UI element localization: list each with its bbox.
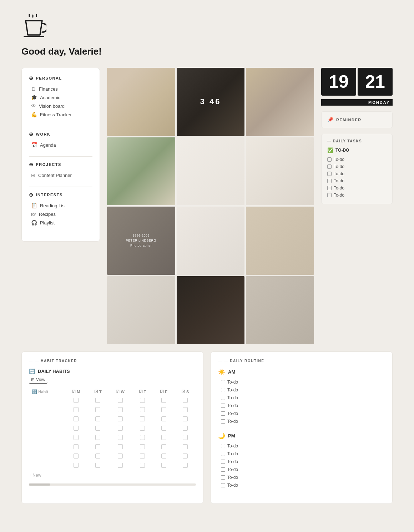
todo-item-5[interactable]: To-do [327,184,387,192]
habit-cell-3-1[interactable] [87,424,108,433]
sidebar-item-playlist[interactable]: 🎧 Playlist [29,218,92,227]
tracker-checkbox-1-5[interactable] [183,407,188,412]
todo-item-6[interactable]: To-do [327,192,387,199]
tracker-checkbox-5-2[interactable] [118,444,123,449]
tracker-checkbox-2-3[interactable] [140,416,145,421]
habit-cell-1-2[interactable] [108,405,132,414]
habit-cell-6-0[interactable] [65,451,87,461]
habit-cell-3-4[interactable] [153,424,175,433]
pm-item-1[interactable]: To-do [221,442,385,450]
habit-cell-5-1[interactable] [87,442,108,451]
tracker-checkbox-7-5[interactable] [183,463,188,468]
habit-cell-2-2[interactable] [108,414,132,424]
tracker-checkbox-4-4[interactable] [161,435,166,440]
tracker-checkbox-4-0[interactable] [74,435,79,440]
tracker-checkbox-1-2[interactable] [118,407,123,412]
todo-checkbox-6[interactable] [327,193,332,197]
tracker-checkbox-1-4[interactable] [161,407,166,412]
habit-cell-5-3[interactable] [132,442,153,451]
habit-cell-4-0[interactable] [65,433,87,442]
sidebar-item-vision-board[interactable]: 👁 Vision board [29,102,92,110]
todo-checkbox-3[interactable] [327,172,332,176]
habit-cell-0-5[interactable] [174,396,196,405]
pm-item-2[interactable]: To-do [221,450,385,458]
habit-cell-2-4[interactable] [153,414,175,424]
tracker-checkbox-3-5[interactable] [183,426,188,431]
tracker-checkbox-3-2[interactable] [118,426,123,431]
habit-cell-1-4[interactable] [153,405,175,414]
habit-cell-1-5[interactable] [174,405,196,414]
am-checkbox-1[interactable] [221,380,225,384]
am-checkbox-4[interactable] [221,404,225,408]
habit-cell-3-5[interactable] [174,424,196,433]
tracker-checkbox-4-1[interactable] [95,435,100,440]
sidebar-item-finances[interactable]: 🗒 Finances [29,85,92,93]
tracker-checkbox-2-0[interactable] [74,416,79,421]
tracker-checkbox-4-5[interactable] [183,435,188,440]
tracker-checkbox-3-4[interactable] [161,426,166,431]
am-item-2[interactable]: To-do [221,386,385,394]
tracker-checkbox-2-4[interactable] [161,416,166,421]
am-item-6[interactable]: To-do [221,417,385,425]
habit-cell-0-3[interactable] [132,396,153,405]
pm-checkbox-1[interactable] [221,444,225,448]
am-checkbox-6[interactable] [221,419,225,424]
habit-cell-3-0[interactable] [65,424,87,433]
tracker-checkbox-5-1[interactable] [95,444,100,449]
tracker-checkbox-1-3[interactable] [140,407,145,412]
reminder-box[interactable]: 📌 REMINDER [321,111,393,128]
tracker-checkbox-0-1[interactable] [95,398,100,403]
todo-item-3[interactable]: To-do [327,170,387,177]
pm-checkbox-5[interactable] [221,475,225,480]
habit-cell-0-4[interactable] [153,396,175,405]
habit-cell-2-0[interactable] [65,414,87,424]
tracker-checkbox-6-0[interactable] [74,454,79,458]
habit-cell-4-2[interactable] [108,433,132,442]
habit-cell-1-1[interactable] [87,405,108,414]
tracker-checkbox-7-4[interactable] [161,463,166,468]
scrollbar-thumb[interactable] [29,483,50,486]
tracker-checkbox-0-3[interactable] [140,398,145,403]
tracker-checkbox-3-3[interactable] [140,426,145,431]
todo-checkbox-1[interactable] [327,157,332,162]
tracker-checkbox-6-3[interactable] [140,454,145,458]
tracker-checkbox-7-0[interactable] [74,463,79,468]
tracker-checkbox-0-0[interactable] [74,398,79,403]
pm-checkbox-4[interactable] [221,467,225,472]
habit-cell-4-3[interactable] [132,433,153,442]
habit-cell-6-5[interactable] [174,451,196,461]
habit-cell-0-1[interactable] [87,396,108,405]
tracker-checkbox-5-3[interactable] [140,444,145,449]
tracker-checkbox-5-0[interactable] [74,444,79,449]
tracker-checkbox-6-1[interactable] [95,454,100,458]
habit-cell-2-5[interactable] [174,414,196,424]
pm-item-6[interactable]: To-do [221,481,385,489]
habit-cell-7-4[interactable] [153,461,175,470]
tracker-checkbox-4-2[interactable] [118,435,123,440]
todo-checkbox-4[interactable] [327,179,332,183]
todo-checkbox-2[interactable] [327,164,332,169]
tracker-checkbox-6-5[interactable] [183,454,188,458]
habit-cell-6-1[interactable] [87,451,108,461]
habit-cell-7-2[interactable] [108,461,132,470]
habit-cell-6-4[interactable] [153,451,175,461]
todo-item-2[interactable]: To-do [327,163,387,170]
tracker-checkbox-0-5[interactable] [183,398,188,403]
tracker-checkbox-1-0[interactable] [74,407,79,412]
pm-item-4[interactable]: To-do [221,466,385,473]
tracker-checkbox-2-2[interactable] [118,416,123,421]
habit-cell-5-0[interactable] [65,442,87,451]
tracker-checkbox-0-2[interactable] [118,398,123,403]
tracker-checkbox-6-4[interactable] [161,454,166,458]
tracker-checkbox-6-2[interactable] [118,454,123,458]
view-button[interactable]: ⊞ View [29,376,47,384]
habit-cell-3-3[interactable] [132,424,153,433]
tracker-checkbox-4-3[interactable] [140,435,145,440]
habit-cell-7-3[interactable] [132,461,153,470]
habit-cell-6-3[interactable] [132,451,153,461]
pm-checkbox-6[interactable] [221,483,225,487]
pm-checkbox-2[interactable] [221,452,225,456]
sidebar-item-agenda[interactable]: 📅 Agenda [29,141,92,149]
todo-item-4[interactable]: To-do [327,177,387,184]
new-row-button[interactable]: + New [29,470,196,478]
